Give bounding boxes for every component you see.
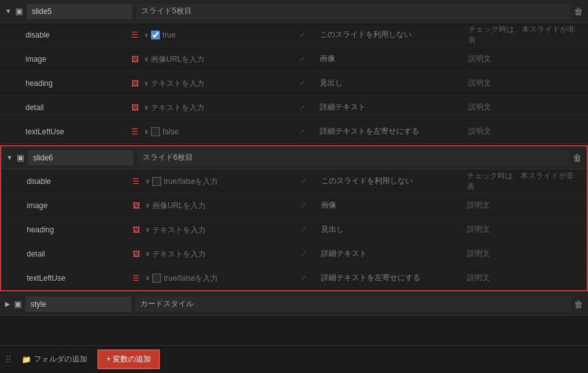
style-toggle[interactable]: ▶ xyxy=(5,300,10,307)
detail-input[interactable] xyxy=(151,103,296,112)
resize-handle[interactable]: ⤢ xyxy=(299,104,312,111)
style-name-input[interactable] xyxy=(25,297,131,312)
table-row: heading 🖼 ∨ ⤢ 見出し 説明文 xyxy=(0,71,588,95)
slide6-label-input[interactable] xyxy=(138,150,569,165)
detail-input[interactable] xyxy=(152,250,297,258)
disable-checkbox[interactable] xyxy=(152,177,161,186)
field-key: heading xyxy=(0,79,127,88)
field-hint: 説明文 xyxy=(459,248,587,259)
table-row: disable ☰ ∨ ⤢ このスライドを利用しない チェック時は、本スライドが… xyxy=(1,169,587,194)
chevron-down-icon[interactable]: ∨ xyxy=(144,128,148,135)
text-icon: 🖼 xyxy=(131,103,141,112)
field-hint: 説明文 xyxy=(459,200,587,211)
slide5-group: ▼ ▣ 🗑 disable ☰ ∨ true ⤢ このスライド xyxy=(0,0,588,144)
slide6-group: ▼ ▣ 🗑 disable ☰ ∨ ⤢ このスライドを利用し xyxy=(0,145,588,292)
chevron-down-icon[interactable]: ∨ xyxy=(145,178,150,185)
field-value-text: true xyxy=(162,31,296,39)
field-hint: 説明文 xyxy=(461,102,588,113)
add-var-label: + 変数の追加 xyxy=(106,354,151,365)
slide6-toggle[interactable]: ▼ xyxy=(6,154,13,161)
resize-handle[interactable]: ⤢ xyxy=(301,226,313,233)
style-folder-icon: ▣ xyxy=(14,299,22,309)
drag-handle-icon: ⠿ xyxy=(5,355,11,365)
bottom-bar: ⠿ 📁 フォルダの追加 + 変数の追加 xyxy=(0,345,588,373)
add-folder-button[interactable]: 📁 フォルダの追加 xyxy=(17,351,92,367)
table-row: textLeftUse ☰ ∨ false ⤢ 詳細テキストを左寄せにする 説明… xyxy=(0,120,588,144)
image-icon: 🖼 xyxy=(133,201,143,210)
folder-add-icon: 📁 xyxy=(22,355,31,364)
textleftuse-checkbox[interactable] xyxy=(152,274,161,283)
field-description: 画像 xyxy=(312,53,461,64)
resize-handle[interactable]: ⤢ xyxy=(301,178,313,185)
field-description: 見出し xyxy=(313,224,459,235)
list-icon: ☰ xyxy=(133,177,143,186)
style-header: ▶ ▣ 🗑 xyxy=(0,293,588,316)
textleftuse-text-input[interactable] xyxy=(164,274,297,283)
chevron-down-icon[interactable]: ∨ xyxy=(144,104,148,111)
resize-handle[interactable]: ⤢ xyxy=(299,55,312,62)
slide6-delete-icon[interactable]: 🗑 xyxy=(573,153,582,163)
chevron-down-icon[interactable]: ∨ xyxy=(145,226,150,233)
resize-handle[interactable]: ⤢ xyxy=(299,80,312,87)
field-input-cell: ☰ ∨ xyxy=(129,177,301,186)
heading-input[interactable] xyxy=(151,79,296,88)
image-url-input[interactable] xyxy=(152,201,297,210)
table-row: image 🖼 ∨ ⤢ 画像 説明文 xyxy=(0,47,588,71)
slide5-name-input[interactable] xyxy=(27,4,133,19)
table-row: disable ☰ ∨ true ⤢ このスライドを利用しない チェック時は、本… xyxy=(0,23,588,47)
chevron-down-icon[interactable]: ∨ xyxy=(144,31,148,38)
field-input-cell: 🖼 ∨ xyxy=(129,225,301,234)
list-icon: ☰ xyxy=(131,127,141,136)
content-area: ▼ ▣ 🗑 disable ☰ ∨ true ⤢ このスライド xyxy=(0,0,588,345)
field-hint: チェック時は、本スライドが非表 xyxy=(461,24,588,46)
resize-handle[interactable]: ⤢ xyxy=(299,31,312,38)
field-input-cell: 🖼 ∨ xyxy=(127,103,299,112)
resize-handle[interactable]: ⤢ xyxy=(299,128,312,135)
slide5-fields: disable ☰ ∨ true ⤢ このスライドを利用しない チェック時は、本… xyxy=(0,23,588,144)
style-delete-icon[interactable]: 🗑 xyxy=(574,299,583,309)
field-hint: 説明文 xyxy=(459,224,587,235)
resize-handle[interactable]: ⤢ xyxy=(301,250,313,257)
slide5-toggle[interactable]: ▼ xyxy=(5,8,11,15)
resize-handle[interactable]: ⤢ xyxy=(301,202,313,209)
chevron-down-icon[interactable]: ∨ xyxy=(145,202,150,209)
slide5-folder-icon: ▣ xyxy=(15,6,23,16)
image-url-input[interactable] xyxy=(151,55,296,64)
field-description: 詳細テキスト xyxy=(313,248,459,259)
table-row: detail 🖼 ∨ ⤢ 詳細テキスト 説明文 xyxy=(1,242,587,266)
add-folder-label: フォルダの追加 xyxy=(34,354,87,365)
disable-checkbox[interactable] xyxy=(151,31,160,39)
list-icon: ☰ xyxy=(131,31,141,39)
heading-input[interactable] xyxy=(152,225,297,234)
resize-handle[interactable]: ⤢ xyxy=(301,274,313,281)
field-description: 詳細テキストを左寄せにする xyxy=(313,272,459,283)
field-hint: 説明文 xyxy=(461,78,588,88)
add-var-button[interactable]: + 変数の追加 xyxy=(97,349,160,369)
table-row: image 🖼 ∨ ⤢ 画像 説明文 xyxy=(1,194,587,218)
field-key: textLeftUse xyxy=(0,127,127,136)
list-icon: ☰ xyxy=(133,274,143,283)
disable-text-input[interactable] xyxy=(164,177,297,186)
slide6-folder-icon: ▣ xyxy=(17,153,24,162)
table-row: textLeftUse ☰ ∨ ⤢ 詳細テキストを左寄せにする 説明文 xyxy=(1,266,587,290)
field-description: 詳細テキスト xyxy=(312,102,461,113)
chevron-down-icon[interactable]: ∨ xyxy=(144,55,148,62)
field-key: image xyxy=(0,55,127,64)
textleftuse-checkbox[interactable] xyxy=(151,127,160,136)
field-input-cell: 🖼 ∨ xyxy=(127,55,299,64)
chevron-down-icon[interactable]: ∨ xyxy=(144,80,148,87)
image-icon: 🖼 xyxy=(131,55,141,64)
slide5-header: ▼ ▣ 🗑 xyxy=(0,0,588,23)
field-description: 見出し xyxy=(312,78,461,88)
field-description: 詳細テキストを左寄せにする xyxy=(312,126,461,137)
field-value-text: false xyxy=(162,127,296,136)
style-label-input[interactable] xyxy=(135,297,570,312)
slide6-name-input[interactable] xyxy=(28,150,134,165)
chevron-down-icon[interactable]: ∨ xyxy=(145,250,150,257)
slide5-delete-icon[interactable]: 🗑 xyxy=(574,6,583,17)
text-icon: 🖼 xyxy=(131,79,141,88)
chevron-down-icon[interactable]: ∨ xyxy=(145,274,150,281)
field-input-cell: ☰ ∨ xyxy=(129,274,301,283)
slide5-label-input[interactable] xyxy=(136,4,570,19)
field-hint: 説明文 xyxy=(461,126,588,137)
